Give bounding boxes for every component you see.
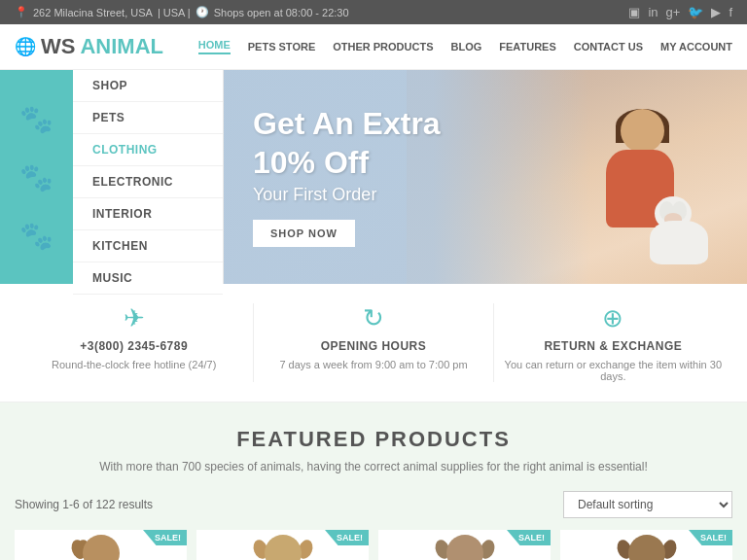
phone-icon: ✈ bbox=[124, 303, 145, 333]
sidebar-item-interior[interactable]: INTERIOR bbox=[73, 198, 223, 230]
dog-head-2 bbox=[265, 535, 302, 560]
topbar: 📍 262 Milacina Street, USA | USA | 🕐 Sho… bbox=[0, 0, 747, 24]
hero-subtitle: Your First Order bbox=[253, 185, 441, 205]
hero-shop-now-button[interactable]: SHOP NOW bbox=[253, 220, 355, 247]
youtube-icon[interactable]: ▶ bbox=[711, 5, 721, 19]
linkedin-icon[interactable]: in bbox=[648, 5, 658, 19]
info-hours: ↻ OPENING HOURS 7 days a week from 9:00 … bbox=[253, 303, 492, 382]
clock-circle-icon: ↻ bbox=[363, 303, 384, 333]
topbar-separator: | USA | bbox=[158, 7, 191, 18]
main-section: 🐾 🐾 🐾 SHOP PETS CLOTHING ELECTRONIC INTE… bbox=[0, 70, 747, 284]
dog-figure-2 bbox=[249, 535, 317, 560]
clock-icon: 🕐 bbox=[196, 6, 209, 18]
sidebar: SHOP PETS CLOTHING ELECTRONIC INTERIOR K… bbox=[73, 70, 224, 284]
info-return-desc: You can return or exchange the item with… bbox=[494, 359, 732, 382]
twitter-icon[interactable]: 🐦 bbox=[688, 5, 703, 19]
dog-head-1 bbox=[83, 535, 120, 560]
dog-figure-3 bbox=[431, 535, 499, 560]
products-toolbar: Showing 1-6 of 122 results Default sorti… bbox=[15, 491, 732, 518]
hero-banner: Get An Extra 10% Off Your First Order SH… bbox=[224, 70, 747, 284]
nav-pets-store[interactable]: PETS STORE bbox=[248, 41, 315, 52]
featured-title: FEATURED PRODUCTS bbox=[15, 427, 732, 452]
product-card-4[interactable]: Sale! bbox=[560, 530, 732, 560]
info-bar: ✈ +3(800) 2345-6789 Round-the-clock free… bbox=[0, 284, 747, 402]
nav-my-account[interactable]: MY ACCOUNT bbox=[660, 41, 732, 52]
sort-select[interactable]: Default sorting Sort by popularity Sort … bbox=[563, 491, 732, 518]
main-nav: HOME PETS STORE OTHER PRODUCTS BLOG FEAT… bbox=[198, 39, 732, 54]
info-return: ⊕ RETURN & EXCHANGE You can return or ex… bbox=[493, 303, 732, 382]
teal-panel: 🐾 🐾 🐾 bbox=[0, 70, 73, 284]
nav-blog[interactable]: BLOG bbox=[451, 41, 482, 52]
googleplus-icon[interactable]: g+ bbox=[666, 5, 681, 19]
dog-figure-1 bbox=[67, 535, 135, 560]
topbar-social: ▣ in g+ 🐦 ▶ f bbox=[628, 5, 732, 19]
hero-content: Get An Extra 10% Off Your First Order SH… bbox=[224, 107, 441, 247]
nav-other-products[interactable]: OTHER PRODUCTS bbox=[333, 41, 433, 52]
logo-animal: ANIMAL bbox=[80, 34, 163, 59]
info-hours-title: OPENING HOURS bbox=[321, 339, 427, 353]
instagram-icon[interactable]: ▣ bbox=[628, 5, 640, 19]
nav-contact-us[interactable]: CONTACT US bbox=[574, 41, 643, 52]
paw-icon-3: 🐾 bbox=[19, 220, 53, 252]
products-grid: Sale! Sale! bbox=[15, 530, 732, 560]
featured-section: FEATURED PRODUCTS With more than 700 spe… bbox=[0, 402, 747, 560]
sidebar-item-shop[interactable]: SHOP bbox=[73, 70, 223, 102]
dog-head-4 bbox=[628, 535, 665, 560]
product-card-2[interactable]: Sale! bbox=[196, 530, 369, 560]
location-icon: 📍 bbox=[15, 6, 28, 18]
info-hours-desc: 7 days a week from 9:00 am to 7:00 pm bbox=[279, 359, 467, 370]
nav-home[interactable]: HOME bbox=[198, 39, 231, 54]
sidebar-item-electronic[interactable]: ELECTRONIC bbox=[73, 166, 223, 198]
sidebar-item-pets[interactable]: PETS bbox=[73, 102, 223, 134]
info-phone-title: +3(800) 2345-6789 bbox=[80, 339, 188, 353]
featured-subtitle: With more than 700 species of animals, h… bbox=[15, 460, 732, 473]
header: 🌐 WS ANIMAL HOME PETS STORE OTHER PRODUC… bbox=[0, 24, 747, 70]
topbar-address: 📍 262 Milacina Street, USA | USA | 🕐 Sho… bbox=[15, 6, 349, 18]
hero-title-line2: 10% Off bbox=[253, 146, 441, 180]
facebook-icon[interactable]: f bbox=[729, 5, 732, 19]
showing-results-text: Showing 1-6 of 122 results bbox=[15, 498, 153, 511]
hero-title-line1: Get An Extra bbox=[253, 107, 441, 141]
logo[interactable]: 🌐 WS ANIMAL bbox=[15, 34, 163, 59]
product-card-1[interactable]: Sale! bbox=[15, 530, 187, 560]
logo-ws: WS bbox=[41, 34, 75, 59]
paw-icon-1: 🐾 bbox=[19, 103, 53, 135]
return-icon: ⊕ bbox=[602, 303, 623, 333]
nav-features[interactable]: FEATURES bbox=[499, 41, 555, 52]
sidebar-item-kitchen[interactable]: KITCHEN bbox=[73, 230, 223, 262]
product-card-3[interactable]: Sale! bbox=[378, 530, 551, 560]
dog-head-3 bbox=[446, 535, 483, 560]
info-return-title: RETURN & EXCHANGE bbox=[544, 339, 682, 353]
info-phone-desc: Round-the-clock free hotline (24/7) bbox=[52, 359, 216, 370]
topbar-hours-text: Shops open at 08:00 - 22:30 bbox=[214, 7, 349, 18]
info-phone: ✈ +3(800) 2345-6789 Round-the-clock free… bbox=[15, 303, 253, 382]
dog-figure-4 bbox=[613, 535, 681, 560]
sidebar-item-music[interactable]: MUSIC bbox=[73, 262, 223, 295]
sidebar-item-clothing[interactable]: CLOTHING bbox=[73, 134, 223, 166]
topbar-address-text: 262 Milacina Street, USA bbox=[33, 7, 153, 18]
paw-icon-2: 🐾 bbox=[19, 161, 53, 193]
logo-icon: 🌐 bbox=[15, 36, 36, 57]
